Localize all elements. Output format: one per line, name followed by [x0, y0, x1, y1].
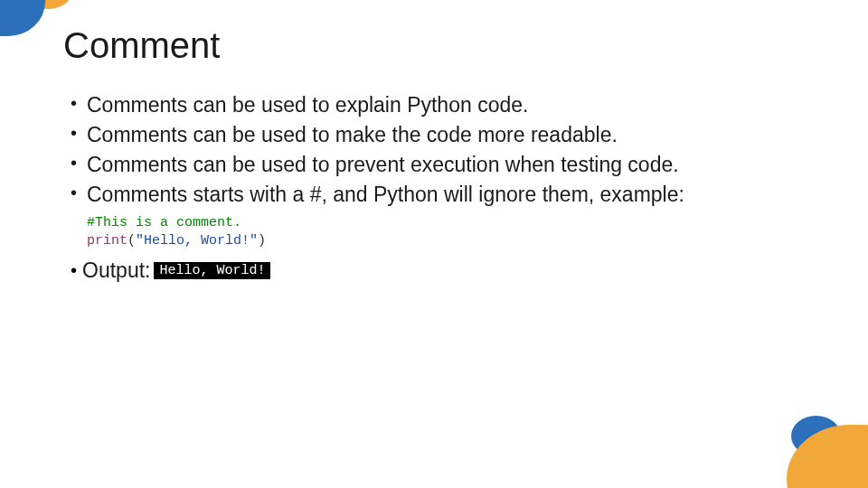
bullet-list: Comments can be used to explain Python c…: [63, 91, 805, 209]
decorative-blob-orange: [787, 425, 868, 488]
bullet-dot: •: [71, 260, 77, 281]
code-comment-line: #This is a comment.: [87, 215, 241, 230]
bullet-item: Comments can be used to explain Python c…: [71, 91, 805, 119]
code-paren-open: (: [127, 233, 136, 249]
decorative-corner-top-left: [0, 0, 81, 54]
output-label: Output:: [82, 258, 150, 283]
slide-title: Comment: [63, 25, 805, 66]
bullet-item: Comments can be used to make the code mo…: [71, 121, 805, 149]
bullet-item: Comments starts with a #, and Python wil…: [71, 181, 805, 209]
code-function-name: print: [87, 233, 127, 249]
code-string-literal: "Hello, World!": [136, 233, 258, 249]
code-paren-close: ): [258, 233, 266, 249]
slide-content: Comment Comments can be used to explain …: [0, 0, 868, 283]
console-output: Hello, World!: [154, 262, 270, 279]
code-example: #This is a comment. print("Hello, World!…: [87, 214, 805, 251]
decorative-corner-bottom-right: [760, 398, 868, 488]
bullet-item: Comments can be used to prevent executio…: [71, 151, 805, 179]
output-row: • Output: Hello, World!: [63, 258, 805, 283]
decorative-blob-blue: [0, 0, 45, 36]
